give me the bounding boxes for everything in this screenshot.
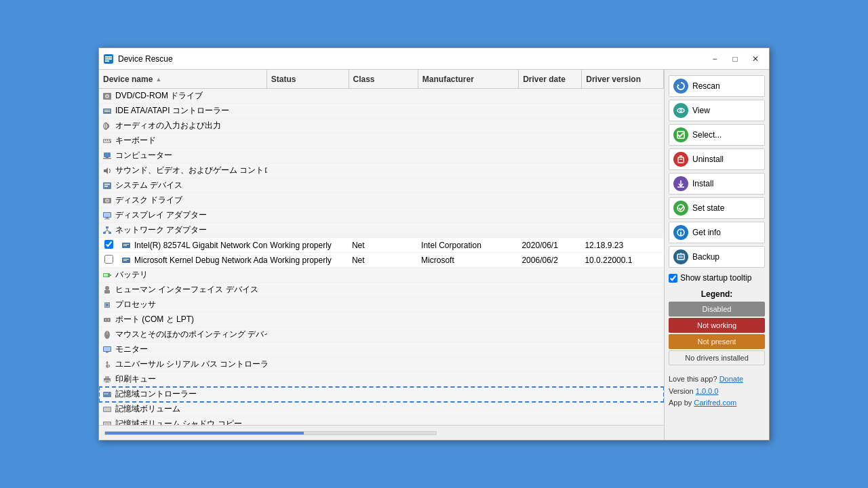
table-row[interactable]: ポート (COM と LPT) <box>99 312 664 327</box>
legend-no-drivers: No drivers installed <box>669 350 765 365</box>
view-button[interactable]: View <box>669 100 765 121</box>
title-bar: Device Rescue − □ ✕ <box>99 48 769 70</box>
svg-rect-19 <box>103 158 111 159</box>
svg-marker-21 <box>104 167 108 174</box>
device-checkbox[interactable] <box>104 255 113 264</box>
header-status: Status <box>267 70 349 88</box>
table-row[interactable]: Intel(R) 82574L Gigabit Network Con... W… <box>99 238 664 253</box>
header-driver-version: Driver version <box>582 70 664 88</box>
table-row[interactable]: 記憶域ボリューム <box>99 402 664 417</box>
svg-rect-63 <box>106 365 107 367</box>
svg-marker-62 <box>106 361 108 363</box>
device-checkbox[interactable] <box>104 240 113 249</box>
table-row[interactable]: モニター <box>99 342 664 357</box>
rescan-button[interactable]: Rescan <box>669 75 765 97</box>
table-row[interactable]: サウンド、ビデオ、およびゲーム コントローラー <box>99 163 664 178</box>
svg-point-47 <box>105 286 109 290</box>
version-link[interactable]: 1.0.0.0 <box>696 387 719 395</box>
svg-rect-18 <box>104 152 111 157</box>
device-table[interactable]: DVD/CD-ROM ドライブ IDE ATA/ATAPI コントローラー <box>99 89 664 425</box>
table-row[interactable]: 印刷キュー <box>99 372 664 387</box>
set-state-button[interactable]: Set state <box>669 197 765 219</box>
carifred-link[interactable]: Carifred.com <box>694 399 736 407</box>
hid-icon <box>102 285 113 296</box>
minimize-button[interactable]: − <box>705 52 724 66</box>
table-row[interactable]: オーディオの入力および出力 <box>99 119 664 134</box>
svg-rect-48 <box>104 290 110 293</box>
header-manufacturer: Manufacturer <box>418 70 519 88</box>
table-row[interactable]: キーボード <box>99 134 664 148</box>
keyboard-icon <box>102 136 113 146</box>
table-row[interactable]: ディスク ドライブ <box>99 193 664 208</box>
content-area: Device name ▲ Status Class Manufacturer … <box>99 70 769 440</box>
dvd-icon <box>102 91 113 102</box>
table-row[interactable]: 記憶域コントローラー <box>99 387 664 402</box>
svg-rect-2 <box>105 58 112 60</box>
storage-ctrl-icon <box>102 389 113 400</box>
get-info-button[interactable]: Get info <box>669 222 765 243</box>
svg-rect-34 <box>108 232 111 234</box>
svg-point-53 <box>105 319 106 321</box>
table-row[interactable]: プロセッサ <box>99 298 664 312</box>
svg-point-64 <box>108 365 110 367</box>
table-row[interactable]: IDE ATA/ATAPI コントローラー <box>99 104 664 119</box>
get-info-icon <box>673 225 688 240</box>
table-row[interactable]: バッテリ <box>99 268 664 283</box>
storage-shadow-icon <box>102 419 113 426</box>
header-driver-date: Driver date <box>519 70 582 88</box>
sidebar: Rescan View Select... U <box>664 70 769 440</box>
set-state-icon <box>673 201 688 216</box>
donate-link[interactable]: Donate <box>719 375 743 383</box>
storage-vol-icon <box>102 404 113 415</box>
maximize-button[interactable]: □ <box>726 52 745 66</box>
legend-title: Legend: <box>669 289 765 299</box>
install-icon <box>673 176 688 191</box>
svg-rect-66 <box>105 376 109 378</box>
monitor-icon <box>102 344 113 355</box>
svg-line-36 <box>104 230 107 232</box>
table-row[interactable]: ネットワーク アダプター <box>99 223 664 238</box>
printer-icon <box>102 374 113 385</box>
table-row[interactable]: Microsoft Kernel Debug Network Ada... Wo… <box>99 253 664 268</box>
table-row[interactable]: コンピューター <box>99 148 664 163</box>
svg-rect-17 <box>104 141 110 142</box>
svg-rect-40 <box>123 245 127 246</box>
main-window: Device Rescue − □ ✕ Device name ▲ Status… <box>98 47 770 441</box>
table-row[interactable]: システム デバイス <box>99 178 664 193</box>
svg-rect-29 <box>104 213 111 217</box>
table-row[interactable]: 記憶域ボリューム シャドウ コピー <box>99 417 664 425</box>
header-class: Class <box>349 70 418 88</box>
backup-button[interactable]: Backup <box>669 246 765 268</box>
svg-rect-13 <box>104 140 105 141</box>
table-row[interactable]: ユニバーサル シリアル バス コントローラー <box>99 357 664 372</box>
disk-icon <box>102 195 113 206</box>
backup-icon <box>673 249 688 264</box>
svg-rect-52 <box>104 318 111 322</box>
progress-fill <box>105 432 304 434</box>
rescan-icon <box>673 79 688 94</box>
table-row[interactable]: DVD/CD-ROM ドライブ <box>99 89 664 104</box>
svg-point-88 <box>677 205 684 211</box>
close-button[interactable]: ✕ <box>746 52 765 66</box>
mouse-icon <box>102 329 113 340</box>
startup-tooltip-check: Show startup tooltip <box>669 273 765 283</box>
table-row[interactable]: ヒューマン インターフェイス デバイス <box>99 283 664 298</box>
svg-rect-12 <box>103 139 111 143</box>
status-bar <box>99 425 664 440</box>
svg-rect-8 <box>104 110 110 110</box>
install-button[interactable]: Install <box>669 173 765 195</box>
svg-rect-16 <box>110 140 111 141</box>
svg-rect-51 <box>106 304 108 306</box>
select-button[interactable]: Select... <box>669 124 765 146</box>
uninstall-button[interactable]: Uninstall <box>669 148 765 170</box>
table-row[interactable]: ディスプレイ アダプター <box>99 208 664 223</box>
svg-rect-83 <box>678 157 684 163</box>
svg-rect-14 <box>106 140 107 141</box>
startup-tooltip-checkbox[interactable] <box>669 274 677 283</box>
footer-section: Love this app? Donate Version 1.0.0.0 Ap… <box>669 373 765 409</box>
table-row[interactable]: マウスとそのほかのポインティング デバイス <box>99 327 664 342</box>
net-device-icon <box>121 240 132 251</box>
app-icon <box>103 54 114 64</box>
svg-rect-60 <box>106 352 108 353</box>
header-device-name: Device name ▲ <box>99 70 267 88</box>
